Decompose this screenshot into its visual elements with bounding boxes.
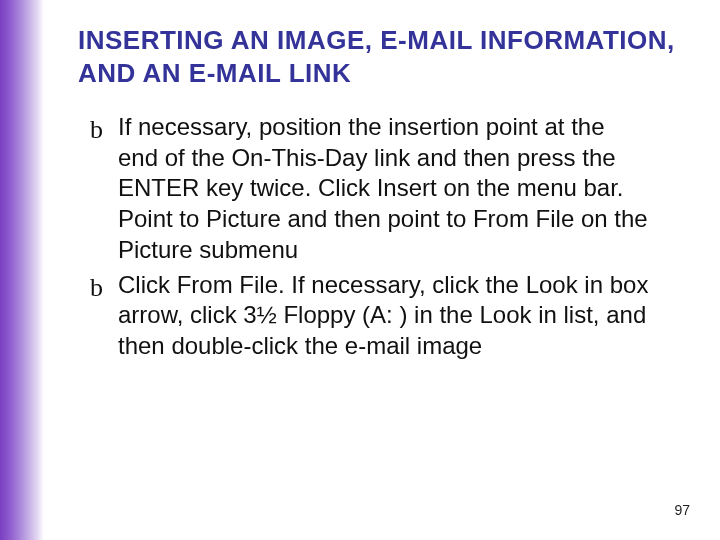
slide-body: b If necessary, position the insertion p… — [90, 112, 650, 366]
list-item: b If necessary, position the insertion p… — [90, 112, 650, 266]
slide-title: INSERTING AN IMAGE, E-MAIL INFORMATION, … — [78, 24, 678, 89]
bullet-glyph: b — [90, 112, 118, 145]
bullet-glyph: b — [90, 270, 118, 303]
page-number: 97 — [674, 502, 690, 518]
bullet-text: Click From File. If necessary, click the… — [118, 270, 650, 362]
bullet-text: If necessary, position the insertion poi… — [118, 112, 650, 266]
accent-bar — [0, 0, 44, 540]
list-item: b Click From File. If necessary, click t… — [90, 270, 650, 362]
slide: INSERTING AN IMAGE, E-MAIL INFORMATION, … — [0, 0, 720, 540]
